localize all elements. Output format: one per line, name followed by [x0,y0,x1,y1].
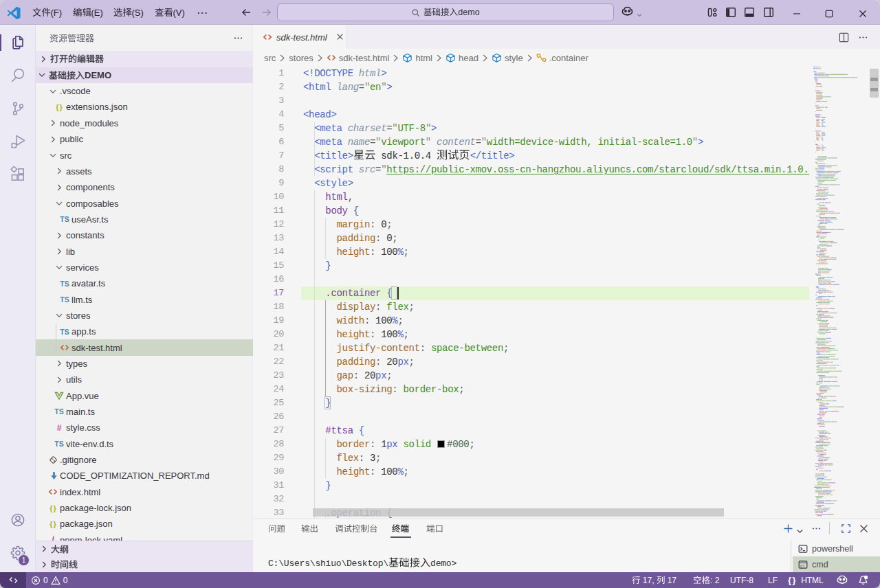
svg-text:c:\: c:\ [800,563,804,567]
